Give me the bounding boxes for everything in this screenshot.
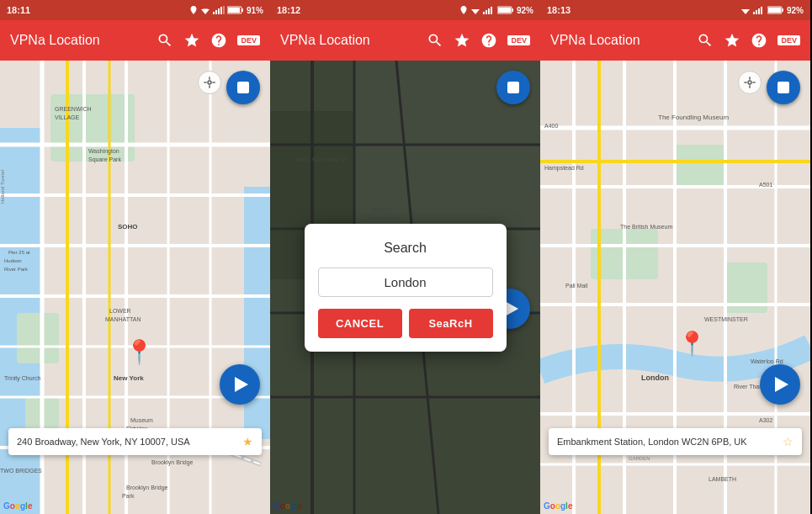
- map-area-ny: GREENWICH VILLAGE Washington Square Park…: [0, 61, 270, 514]
- svg-text:Hudson: Hudson: [4, 258, 22, 263]
- google-logo-ny: Google: [3, 501, 32, 511]
- dialog-title: Search: [318, 241, 493, 256]
- svg-point-121: [748, 81, 751, 84]
- status-bar-dialog: 18:12 92%: [270, 0, 540, 20]
- star-button-london[interactable]: [724, 32, 740, 49]
- svg-text:VILLAGE: VILLAGE: [55, 114, 80, 120]
- status-icons-ny: 91%: [189, 5, 263, 15]
- battery-pct-d: 92%: [517, 6, 533, 15]
- location-icon-d: [459, 5, 468, 15]
- svg-rect-85: [761, 7, 762, 14]
- play-button-london[interactable]: [760, 364, 800, 405]
- svg-rect-83: [756, 10, 757, 14]
- svg-text:The Foundling Museum: The Foundling Museum: [658, 114, 729, 121]
- search-button-ny[interactable]: [157, 32, 173, 49]
- svg-rect-66: [498, 8, 511, 13]
- star-button-dialog[interactable]: [454, 32, 470, 49]
- svg-text:A302: A302: [759, 417, 772, 423]
- svg-rect-5: [218, 8, 220, 14]
- app-title-ny: VPNa Location: [10, 33, 157, 48]
- svg-rect-87: [782, 8, 783, 12]
- svg-text:Holland Tunnel: Holland Tunnel: [0, 170, 5, 204]
- svg-marker-59: [471, 9, 480, 14]
- svg-text:Hampstead Rd: Hampstead Rd: [544, 165, 584, 172]
- stop-button-london[interactable]: [767, 71, 800, 104]
- search-button-dialog-btn[interactable]: SeaRcH: [409, 309, 493, 338]
- stop-icon-ny: [237, 82, 249, 93]
- svg-text:Pier 25 at: Pier 25 at: [8, 250, 30, 255]
- crosshair-icon: [203, 76, 216, 89]
- svg-rect-6: [220, 7, 222, 14]
- svg-text:Trinity Church: Trinity Church: [4, 375, 40, 382]
- location-card-london: Embankment Station, London WC2N 6PB, UK …: [549, 428, 802, 455]
- search-input[interactable]: [318, 268, 493, 297]
- app-bar-london: VPNa Location DEV: [540, 20, 810, 61]
- favorite-icon-ny[interactable]: ★: [242, 435, 253, 448]
- svg-text:SOHO: SOHO: [118, 223, 138, 231]
- app-bar-icons-ny: DEV: [157, 32, 260, 49]
- help-button-ny[interactable]: [210, 32, 227, 49]
- battery-icon: [227, 6, 244, 14]
- dev-badge-ny: DEV: [237, 35, 260, 45]
- wifi-icon-d: [470, 6, 480, 14]
- cancel-button[interactable]: CANCEL: [318, 309, 402, 338]
- svg-text:WESTMINSTER: WESTMINSTER: [704, 316, 748, 322]
- svg-text:The British Museum: The British Museum: [620, 224, 672, 230]
- svg-rect-7: [223, 6, 225, 14]
- wifi-icon: [200, 6, 210, 14]
- help-button-dialog[interactable]: [480, 32, 497, 49]
- time-dialog: 18:12: [277, 5, 300, 15]
- location-text-ny: 240 Broadway, New York, NY 10007, USA: [17, 437, 237, 447]
- dialog-buttons: CANCEL SeaRcH: [318, 309, 493, 338]
- crosshair-icon-london: [743, 76, 756, 89]
- svg-point-53: [208, 81, 211, 84]
- map-area-dialog: AMC Kips Bay 15 WNYC Transmitter Park Se…: [270, 61, 540, 514]
- svg-text:Brooklyn Bridge: Brooklyn Bridge: [151, 459, 194, 466]
- time-london: 18:13: [547, 5, 571, 15]
- svg-rect-60: [483, 12, 485, 14]
- svg-rect-3: [213, 12, 215, 14]
- location-card-ny: 240 Broadway, New York, NY 10007, USA ★: [8, 428, 262, 455]
- signal-icon: [213, 6, 225, 14]
- panel-new-york: 18:11 91% VPNa Location: [0, 0, 270, 514]
- panel-dialog: 18:12 92% VPNa Location: [270, 0, 540, 514]
- location-text-london: Embankment Station, London WC2N 6PB, UK: [557, 437, 778, 447]
- svg-rect-15: [17, 313, 59, 363]
- svg-text:LAMBETH: LAMBETH: [709, 476, 736, 482]
- svg-text:A400: A400: [544, 123, 558, 129]
- svg-text:MANHATTAN: MANHATTAN: [105, 316, 141, 322]
- search-button-dialog[interactable]: [427, 32, 443, 49]
- svg-text:London: London: [641, 374, 669, 382]
- svg-rect-88: [768, 8, 781, 13]
- svg-text:Waterloo Rd: Waterloo Rd: [751, 358, 783, 364]
- svg-text:Park: Park: [122, 493, 135, 499]
- svg-text:GREENWICH: GREENWICH: [55, 106, 92, 112]
- play-button-ny[interactable]: [220, 364, 260, 405]
- svg-rect-9: [241, 8, 243, 12]
- favorite-icon-london[interactable]: ☆: [783, 435, 793, 448]
- location-icon: [189, 5, 198, 15]
- svg-rect-62: [488, 8, 490, 14]
- time-ny: 18:11: [7, 5, 30, 15]
- stop-button-ny[interactable]: [226, 71, 260, 104]
- svg-rect-10: [228, 8, 240, 13]
- signal-icon-l: [753, 6, 765, 14]
- app-title-london: VPNa Location: [550, 33, 697, 48]
- panel-london: 18:13 92% VPNa Location: [540, 0, 810, 514]
- star-button-ny[interactable]: [183, 32, 200, 49]
- svg-text:Museum: Museum: [130, 417, 153, 423]
- search-dialog: Search CANCEL SeaRcH: [305, 224, 507, 352]
- target-location-button-london[interactable]: [738, 71, 762, 94]
- svg-rect-84: [758, 8, 760, 14]
- svg-rect-65: [512, 8, 513, 12]
- app-bar-icons-dialog: DEV: [427, 32, 530, 49]
- svg-rect-61: [486, 10, 487, 14]
- svg-text:TWO BRIDGES: TWO BRIDGES: [0, 468, 42, 474]
- help-button-london[interactable]: [751, 32, 767, 49]
- status-icons-london: 92%: [740, 6, 804, 15]
- battery-icon-d: [497, 6, 514, 14]
- svg-rect-4: [215, 10, 217, 14]
- stop-button-dialog[interactable]: [496, 71, 530, 104]
- search-button-london[interactable]: [697, 32, 714, 49]
- target-location-button-ny[interactable]: [198, 71, 221, 94]
